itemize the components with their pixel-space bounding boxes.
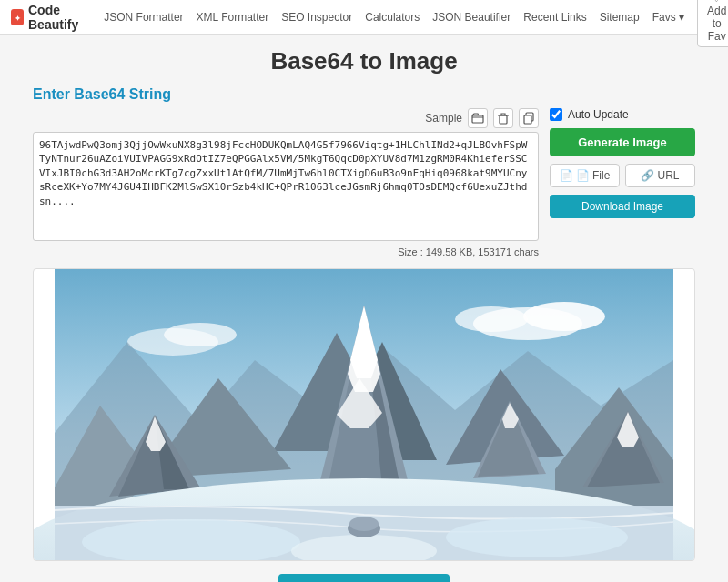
auto-update-label: Auto Update <box>568 108 629 121</box>
auto-update-row: Auto Update <box>550 108 695 121</box>
brand: ✦ Code Beautify <box>11 3 82 32</box>
download-image-button[interactable]: Download Image <box>278 574 450 582</box>
copy-icon[interactable] <box>519 108 539 128</box>
nav-json-formatter[interactable]: JSON Formatter <box>104 11 183 24</box>
file-url-row: 📄 📄 File 🔗 URL <box>550 164 695 187</box>
svg-rect-5 <box>524 115 531 124</box>
file-button[interactable]: 📄 📄 File <box>550 164 620 187</box>
add-to-fav-button[interactable]: ♡ Add to Fav <box>697 0 728 47</box>
mountain-image <box>34 269 694 560</box>
svg-point-41 <box>349 517 379 531</box>
file-icon: 📄 <box>560 169 573 182</box>
svg-text:✦: ✦ <box>15 15 21 23</box>
folder-icon[interactable] <box>468 108 488 128</box>
navbar: ✦ Code Beautify JSON Formatter XML Forma… <box>0 0 728 35</box>
download-row: Download Image <box>33 574 695 582</box>
section-label: Enter Base64 String <box>33 86 695 103</box>
nav-recent-links[interactable]: Recent Links <box>523 11 586 24</box>
brand-icon: ✦ <box>11 9 24 25</box>
editor-row: Sample <box>33 108 695 257</box>
svg-rect-2 <box>472 115 483 123</box>
download-image-side-button[interactable]: Download Image <box>550 195 695 218</box>
toolbar-row: Sample <box>33 108 539 128</box>
nav-calculators[interactable]: Calculators <box>365 11 420 24</box>
preview-container <box>33 268 695 561</box>
nav-seo-inspector[interactable]: SEO Inspector <box>281 11 352 24</box>
base64-textarea[interactable]: 96TAjwdPwQ3omj3QjjOwWxuNX8g3l98jFccHODUK… <box>33 132 539 241</box>
nav-json-beautifier[interactable]: JSON Beautifier <box>432 11 511 24</box>
nav-xml-formatter[interactable]: XML Formatter <box>197 11 269 24</box>
sample-label[interactable]: Sample <box>425 112 462 125</box>
nav-links: JSON Formatter XML Formatter SEO Inspect… <box>104 11 684 24</box>
url-button[interactable]: 🔗 URL <box>625 164 695 187</box>
brand-name: Code Beautify <box>28 3 82 32</box>
url-label: URL <box>657 169 679 182</box>
editor-left: Sample <box>33 108 539 257</box>
generate-image-button[interactable]: Generate Image <box>550 128 695 156</box>
svg-point-8 <box>523 302 605 331</box>
sidebar: Auto Update Generate Image 📄 📄 File 🔗 UR… <box>550 108 695 218</box>
link-icon: 🔗 <box>641 169 654 182</box>
mountain-svg <box>34 269 694 560</box>
nav-sitemap[interactable]: Sitemap <box>600 11 640 24</box>
svg-point-11 <box>164 323 237 346</box>
svg-point-9 <box>455 306 528 332</box>
svg-point-38 <box>446 517 628 557</box>
nav-right: ♡ Add to Fav Login <box>697 0 728 47</box>
page-title: Base64 to Image <box>33 47 695 75</box>
nav-favs[interactable]: Favs ▾ <box>652 11 684 24</box>
svg-rect-3 <box>500 115 507 124</box>
auto-update-checkbox[interactable] <box>550 108 562 121</box>
file-label: 📄 File <box>576 169 611 182</box>
trash-icon[interactable] <box>493 108 513 128</box>
size-info: Size : 149.58 KB, 153171 chars <box>33 246 539 257</box>
